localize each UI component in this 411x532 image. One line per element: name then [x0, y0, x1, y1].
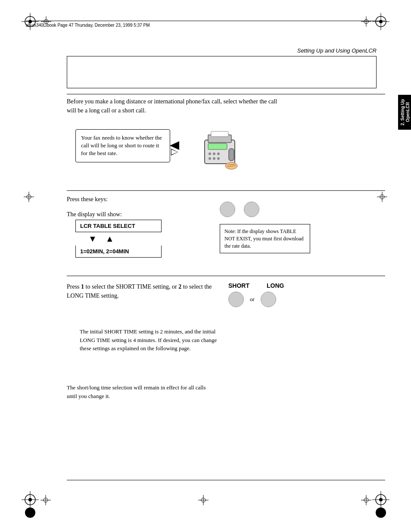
svg-point-52 — [376, 507, 386, 518]
display-will-show-label: The display will show: — [67, 211, 122, 218]
crosshair-mid-right — [377, 192, 387, 202]
section-tab: 2. Setting Up OpenLCR — [398, 95, 411, 130]
top-content-box — [67, 56, 377, 88]
press-keys-label: Press these keys: — [67, 196, 108, 203]
short-long-area: SHORT LONG or — [228, 282, 284, 307]
key-button-1[interactable] — [220, 202, 235, 217]
separator-3 — [67, 276, 385, 276]
lcd-display: LCR TABLE SELECT ▼ ▲ 1=02MIN, 2=04MIN — [75, 220, 162, 258]
svg-point-24 — [209, 152, 211, 155]
svg-rect-23 — [208, 143, 227, 149]
key-buttons-row — [220, 202, 259, 217]
separator-1 — [67, 94, 385, 94]
short-label: SHORT — [228, 282, 249, 289]
header-bar: all-ux340L.book Page 47 Thursday, Decemb… — [26, 21, 385, 28]
svg-point-27 — [209, 157, 211, 160]
fax-machine-illustration — [196, 127, 248, 179]
crosshair-mid-left — [24, 192, 34, 202]
svg-point-28 — [213, 157, 215, 160]
short-long-buttons-row: or — [228, 292, 284, 307]
reg-mark-br — [372, 491, 389, 508]
indent-paragraph: The initial SHORT TIME setting is 2 minu… — [80, 327, 218, 353]
lcd-top-line: LCR TABLE SELECT — [75, 220, 162, 232]
bubble-arrow-inner — [171, 149, 177, 155]
bubble-area: Your fax needs to know whether the call … — [75, 125, 321, 185]
reg-mark-bl — [22, 491, 39, 508]
svg-point-37 — [28, 498, 32, 501]
short-key-button[interactable] — [228, 292, 244, 307]
filled-circle-br — [374, 506, 387, 519]
svg-rect-22 — [211, 131, 228, 137]
note-box: Note: If the display shows TABLE NOT EXI… — [220, 224, 310, 253]
svg-rect-30 — [229, 149, 234, 161]
short-long-labels: SHORT LONG — [228, 282, 284, 289]
svg-point-29 — [217, 157, 220, 160]
separator-2 — [67, 190, 385, 191]
intro-paragraph: Before you make a long distance or inter… — [67, 97, 278, 115]
persist-paragraph: The short/long time selection will remai… — [67, 383, 209, 400]
arrow-down-icon: ▼ — [88, 234, 97, 244]
speech-bubble: Your fax needs to know whether the call … — [75, 129, 170, 162]
filled-circle-bl — [24, 506, 37, 519]
lcd-arrows: ▼ ▲ — [75, 232, 162, 246]
press-1-2-paragraph: Press 1 to select the SHORT TIME setting… — [67, 282, 213, 300]
or-text: or — [250, 296, 255, 303]
svg-point-47 — [379, 498, 383, 501]
long-key-button[interactable] — [261, 292, 276, 307]
svg-point-26 — [217, 152, 220, 155]
crosshair-bottom-inner-right — [361, 495, 371, 505]
arrow-up-icon: ▲ — [106, 234, 114, 244]
svg-point-25 — [213, 152, 215, 155]
key-button-2[interactable] — [244, 202, 259, 217]
crosshair-bottom-center — [198, 495, 209, 505]
crosshair-bottom-inner-left — [40, 495, 51, 505]
lcd-bottom-line: 1=02MIN, 2=04MIN — [75, 246, 162, 258]
long-label: LONG — [267, 282, 284, 289]
bottom-separator — [67, 480, 385, 480]
page-title: Setting Up and Using OpenLCR — [297, 47, 377, 54]
svg-point-51 — [25, 507, 35, 518]
header-text: all-ux340L.book Page 47 Thursday, Decemb… — [26, 23, 150, 28]
